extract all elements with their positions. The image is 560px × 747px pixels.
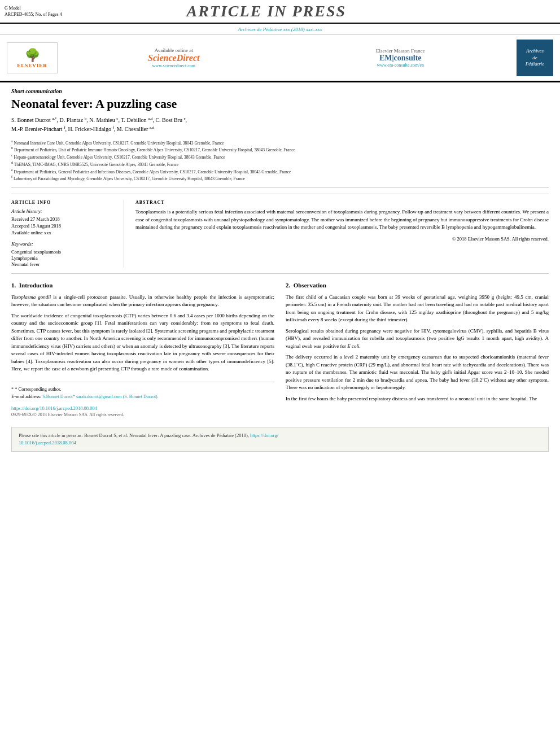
elsevier-text: ELSEVIER: [17, 63, 47, 68]
section2-para2: Serological results obtained during preg…: [286, 327, 549, 351]
affiliation-c: Hepato-gastroenterology Unit, Grenoble A…: [14, 155, 225, 160]
citation-text: Please cite this article in press as: Bo…: [19, 433, 250, 438]
footnotes: * * Corresponding author. E-mail address…: [11, 382, 274, 400]
article-in-press-title: ARTICLE IN PRESS: [62, 2, 471, 20]
em-consulte-block: Elsevier Masson France EM|consulte www.e…: [290, 48, 511, 68]
article-info-column: ARTICLE INFO Article history: Received 2…: [11, 200, 124, 268]
corresponding-author-text: * Corresponding author.: [15, 386, 61, 392]
info-abstract-section: ARTICLE INFO Article history: Received 2…: [11, 194, 549, 274]
authors-list: S. Bonnet Ducrot a,*, D. Plantaz b, N. M…: [11, 116, 549, 134]
arcped-number: ARCPED-4655; No. of Pages 4: [5, 11, 62, 18]
available-online: Available online xxx: [11, 230, 117, 235]
available-online-text: Available online at: [63, 47, 285, 53]
science-direct-url[interactable]: www.sciencedirect.com: [63, 63, 285, 68]
science-direct-brand: ScienceDirect: [63, 53, 285, 63]
article-title: Neonatal fever: A puzzling case: [11, 97, 549, 111]
copyright-notice: 0929-693X/© 2018 Elsevier Masson SAS. Al…: [11, 412, 274, 418]
asterisk-icon: *: [11, 387, 14, 392]
section2-title: 2. Observation: [286, 281, 549, 290]
elsevier-logo: 🌳 ELSEVIER: [7, 42, 58, 73]
doi-section: https://doi.org/10.1016/j.arcped.2018.08…: [11, 405, 274, 419]
consulte-text: consulte: [394, 54, 422, 62]
em-consulte-url[interactable]: www.em-consulte.com/en: [290, 63, 511, 68]
article-info-label: ARTICLE INFO: [11, 200, 117, 205]
citation-box: Please cite this article in press as: Bo…: [11, 427, 549, 452]
section1-para2: The worldwide incidence of congenital to…: [11, 312, 274, 373]
affiliation-a: Neonatal Intensive Care Unit, Grenoble A…: [14, 140, 224, 145]
affiliation-f: Laboratory of Parasitology and Mycology,…: [14, 176, 245, 181]
corresponding-author-note: * * Corresponding author.: [11, 386, 274, 393]
affiliations-block: a Neonatal Intensive Care Unit, Grenoble…: [11, 139, 549, 189]
section1-label: Introduction: [19, 282, 53, 289]
elsevier-masson-label: Elsevier Masson France: [290, 48, 511, 54]
archives-logo: ArchivesdePédiatrie: [517, 40, 553, 76]
keywords-label: Keywords:: [11, 241, 117, 247]
section1-number: 1.: [11, 282, 16, 289]
journal-link[interactable]: Archives de Pédiatrie xxx (2018) xxx–xxx: [238, 27, 322, 32]
elsevier-tree-icon: 🌳: [25, 48, 40, 63]
body-content: 1. Introduction Toxoplasma gondii is a s…: [11, 281, 549, 418]
top-banner: G Model ARCPED-4655; No. of Pages 4 ARTI…: [0, 0, 560, 24]
section2-para1: The first child of a Caucasian couple wa…: [286, 294, 549, 324]
abstract-text: Toxoplasmosis is a potentially serious f…: [135, 208, 549, 231]
g-model: G Model: [5, 5, 62, 11]
abstract-column: ABSTRACT Toxoplasmosis is a potentially …: [135, 200, 549, 268]
model-info: G Model ARCPED-4655; No. of Pages 4: [5, 5, 62, 18]
publisher-header: 🌳 ELSEVIER Available online at ScienceDi…: [0, 35, 560, 82]
abstract-copyright: © 2018 Elsevier Masson SAS. All rights r…: [135, 236, 549, 242]
archives-logo-text: ArchivesdePédiatrie: [526, 48, 545, 68]
journal-header: Archives de Pédiatrie xxx (2018) xxx–xxx: [0, 24, 560, 35]
email-note: E-mail address: S.Bonnet Ducrot* sarah.d…: [11, 393, 274, 400]
em-text: EM: [379, 54, 392, 62]
science-direct-block: Available online at ScienceDirect www.sc…: [63, 47, 285, 68]
received-date: Received 27 March 2018: [11, 216, 117, 222]
citation-doi-link[interactable]: https://doi.org/: [250, 433, 278, 438]
section2-para4: In the first few hours the baby presente…: [286, 395, 549, 403]
article-history-label: Article history:: [11, 208, 117, 214]
section2-para3: The delivery occurred in a level 2 mater…: [286, 353, 549, 392]
keywords-section: Keywords: Congenital toxoplasmosis Lymph…: [11, 241, 117, 267]
article-type: Short communication: [11, 88, 549, 94]
section1-para1: Toxoplasma gondii is a single-cell proto…: [11, 294, 274, 309]
keyword-2: Lymphopenia: [11, 255, 117, 261]
section2-label: Observation: [294, 282, 326, 289]
affiliation-d: ThEMAS, TIMC-IMAG, CNRS UMR5525, Univers…: [14, 161, 179, 167]
email-value[interactable]: S.Bonnet Ducrot* sarah.ducrot@gmail.com …: [42, 394, 159, 399]
keyword-1: Congenital toxoplasmosis: [11, 249, 117, 255]
ecoli-italic: E coli: [347, 343, 359, 349]
email-label: E-mail address:: [11, 394, 41, 399]
section1-title: 1. Introduction: [11, 281, 274, 290]
affiliation-e: Department of Pediatrics, General Pediat…: [14, 169, 291, 174]
em-consulte-brand: EM|consulte: [290, 54, 511, 63]
affiliation-b: Department of Pediatrics, Unit of Pediat…: [14, 147, 295, 152]
abstract-label: ABSTRACT: [135, 200, 549, 205]
keyword-3: Neonatal fever: [11, 261, 117, 267]
main-content: Short communication Neonatal fever: A pu…: [0, 82, 560, 457]
section2-number: 2.: [286, 282, 290, 289]
body-right-column: 2. Observation The first child of a Cauc…: [286, 281, 549, 418]
toxoplasma-italic: Toxoplasma gondii: [11, 294, 51, 300]
article-in-press-banner: ARTICLE IN PRESS: [62, 2, 471, 20]
body-left-column: 1. Introduction Toxoplasma gondii is a s…: [11, 281, 274, 418]
doi-link[interactable]: https://doi.org/10.1016/j.arcped.2018.08…: [11, 405, 274, 412]
citation-doi-value[interactable]: 10.1016/j.arcped.2018.08.004: [19, 440, 76, 445]
accepted-date: Accepted 15 August 2018: [11, 223, 117, 229]
